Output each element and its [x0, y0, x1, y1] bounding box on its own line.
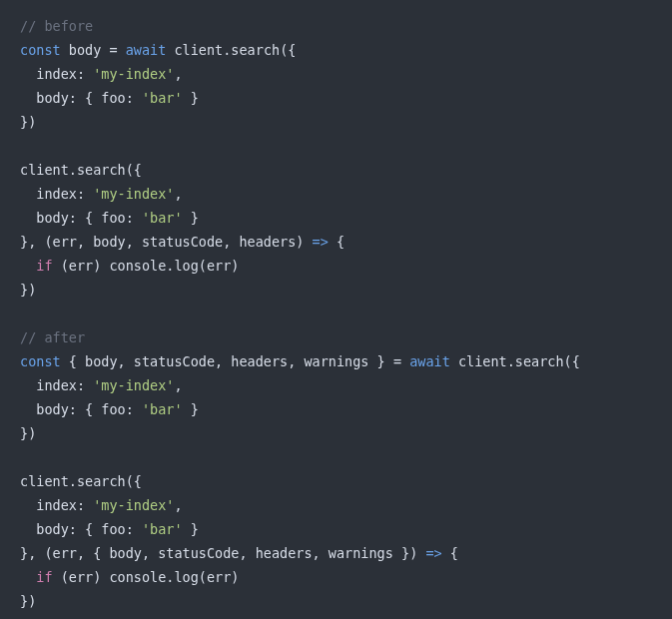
code-token: =: [393, 353, 401, 369]
code-line: client.search({: [20, 158, 652, 182]
code-line: }): [20, 278, 652, 302]
code-line: client.search({: [20, 469, 652, 493]
code-token: // after: [20, 329, 85, 345]
code-block: // beforeconst body = await client.searc…: [20, 14, 652, 613]
code-token: index:: [20, 186, 93, 202]
code-token: }: [183, 90, 199, 106]
code-line: const { body, statusCode, headers, warni…: [20, 349, 652, 373]
code-token: }: [183, 521, 199, 537]
code-token: 'bar': [142, 210, 183, 226]
code-token: [401, 353, 409, 369]
code-token: client.search({: [166, 42, 296, 58]
code-line: if (err) console.log(err): [20, 254, 652, 278]
code-line: index: 'my-index',: [20, 493, 652, 517]
code-token: ,: [174, 66, 182, 82]
code-token: index:: [20, 66, 93, 82]
code-line: [20, 445, 652, 469]
code-token: body: { foo:: [20, 401, 142, 417]
code-token: [118, 42, 126, 58]
code-token: =: [109, 42, 117, 58]
code-token: 'bar': [142, 401, 183, 417]
code-token: }, (err, { body, statusCode, headers, wa…: [20, 545, 425, 561]
code-token: 'my-index': [93, 497, 174, 513]
code-token: const: [20, 42, 61, 58]
code-line: index: 'my-index',: [20, 62, 652, 86]
code-token: }): [20, 425, 36, 441]
code-token: body: { foo:: [20, 521, 142, 537]
code-token: (err) console.log(err): [53, 569, 240, 585]
code-token: body: { foo:: [20, 210, 142, 226]
code-line: index: 'my-index',: [20, 373, 652, 397]
code-token: }): [20, 593, 36, 609]
code-line: }, (err, body, statusCode, headers) => {: [20, 230, 652, 254]
code-token: =>: [313, 234, 329, 250]
code-token: index:: [20, 497, 93, 513]
code-token: ,: [174, 186, 182, 202]
code-token: body: { foo:: [20, 90, 142, 106]
code-token: index:: [20, 377, 93, 393]
code-line: // before: [20, 14, 652, 38]
code-token: [20, 569, 36, 585]
code-token: await: [409, 353, 450, 369]
code-line: [20, 302, 652, 325]
code-token: if: [36, 569, 52, 585]
code-line: body: { foo: 'bar' }: [20, 86, 652, 110]
code-token: }, (err, body, statusCode, headers): [20, 234, 313, 250]
code-token: body: [61, 42, 110, 58]
code-line: }): [20, 589, 652, 613]
code-line: body: { foo: 'bar' }: [20, 206, 652, 230]
code-token: {: [442, 545, 458, 561]
code-line: }, (err, { body, statusCode, headers, wa…: [20, 541, 652, 565]
code-token: ,: [174, 497, 182, 513]
code-token: client.search({: [20, 473, 142, 489]
code-line: body: { foo: 'bar' }: [20, 517, 652, 541]
code-line: }): [20, 421, 652, 445]
code-token: client.search({: [20, 162, 142, 178]
code-token: (err) console.log(err): [53, 258, 240, 274]
code-token: =>: [425, 545, 441, 561]
code-line: body: { foo: 'bar' }: [20, 397, 652, 421]
code-token: const: [20, 353, 61, 369]
code-line: [20, 134, 652, 158]
code-line: if (err) console.log(err): [20, 565, 652, 589]
code-token: }: [183, 401, 199, 417]
code-token: }): [20, 282, 36, 298]
code-token: }): [20, 114, 36, 130]
code-token: // before: [20, 18, 93, 34]
code-token: {: [329, 234, 344, 250]
code-token: 'my-index': [93, 186, 174, 202]
code-token: client.search({: [450, 353, 580, 369]
code-token: 'bar': [142, 90, 183, 106]
code-token: ,: [174, 377, 182, 393]
code-token: [20, 258, 36, 274]
code-token: }: [183, 210, 199, 226]
code-line: index: 'my-index',: [20, 182, 652, 206]
code-token: { body, statusCode, headers, warnings }: [61, 353, 393, 369]
code-token: 'my-index': [93, 66, 174, 82]
code-token: await: [126, 42, 167, 58]
code-line: // after: [20, 325, 652, 349]
code-line: const body = await client.search({: [20, 38, 652, 62]
code-token: 'my-index': [93, 377, 174, 393]
code-token: if: [36, 258, 52, 274]
code-token: 'bar': [142, 521, 183, 537]
code-line: }): [20, 110, 652, 134]
